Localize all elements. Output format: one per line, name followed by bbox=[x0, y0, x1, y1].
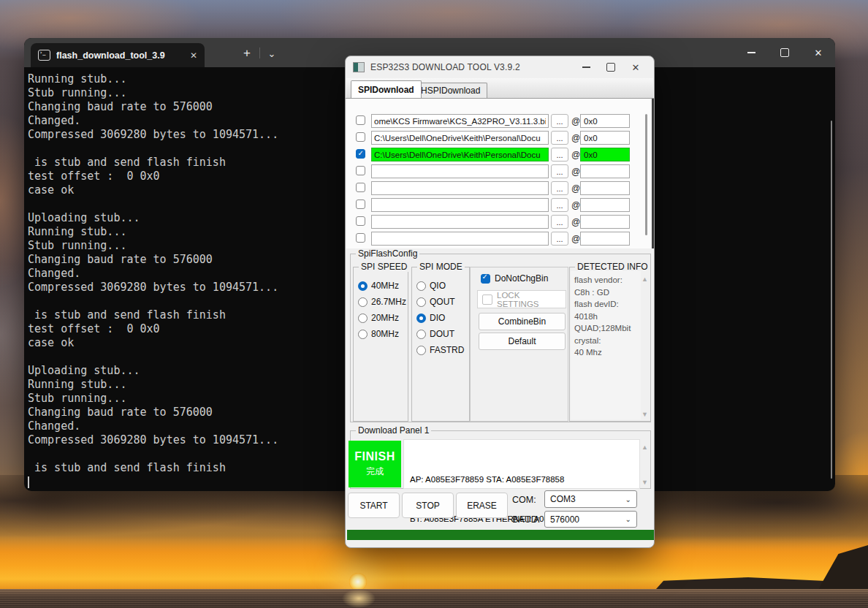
scroll-up-icon[interactable]: ▲ bbox=[642, 276, 648, 283]
browse-button[interactable]: ... bbox=[551, 131, 568, 145]
offset-input[interactable] bbox=[580, 131, 630, 145]
offset-input[interactable] bbox=[580, 232, 630, 246]
tab-spidownload[interactable]: SPIDownload bbox=[351, 80, 422, 98]
file-path-input[interactable] bbox=[371, 198, 549, 212]
file-path-input[interactable] bbox=[371, 215, 549, 229]
erase-button[interactable]: ERASE bbox=[456, 493, 508, 518]
file-checkbox[interactable] bbox=[356, 166, 365, 175]
tab-close-icon[interactable]: ✕ bbox=[190, 51, 197, 60]
terminal-tab-title: flash_download_tool_3.9 bbox=[56, 50, 184, 61]
lock-settings-checkbox[interactable]: LOCK SETTINGS bbox=[477, 290, 566, 308]
radio-label: 40MHz bbox=[371, 281, 399, 291]
terminal-caret bbox=[28, 476, 29, 488]
radio-qio[interactable]: QIO bbox=[416, 281, 446, 291]
radio-label: QIO bbox=[430, 281, 446, 291]
baud-rate-select[interactable]: 576000 ⌄ bbox=[544, 511, 637, 528]
file-path-input[interactable] bbox=[371, 148, 549, 162]
offset-input[interactable] bbox=[580, 148, 630, 162]
radio-icon bbox=[358, 330, 368, 339]
stop-button[interactable]: STOP bbox=[402, 493, 454, 518]
wallpaper-sea bbox=[0, 589, 868, 608]
desktop: flash_download_tool_3.9 ✕ + ⌄ ✕ Running … bbox=[0, 0, 868, 608]
spiflashconfig-label: SpiFlashConfig bbox=[356, 248, 419, 259]
detected-info-line: crystal: bbox=[574, 335, 641, 347]
browse-button[interactable]: ... bbox=[551, 181, 568, 195]
lock-settings-label: LOCK SETTINGS bbox=[497, 291, 561, 308]
detected-info-line: C8h : GD bbox=[574, 286, 641, 299]
com-port-select[interactable]: COM3 ⌄ bbox=[544, 490, 637, 508]
file-checkbox-checked[interactable] bbox=[356, 149, 365, 159]
file-checkbox[interactable] bbox=[356, 216, 365, 226]
detected-info-line: flash devID: bbox=[574, 298, 641, 311]
mac-address-box: AP: A085E3F78859 STA: A085E3F78858 BT: A… bbox=[403, 439, 640, 489]
terminal-window-controls: ✕ bbox=[734, 38, 835, 67]
tab-hspidownload[interactable]: HSPIDownload bbox=[414, 83, 487, 98]
radio-icon bbox=[416, 297, 426, 307]
radio-fastrd[interactable]: FASTRD bbox=[416, 345, 464, 355]
file-path-input[interactable] bbox=[371, 164, 549, 178]
radio-qout[interactable]: QOUT bbox=[416, 297, 455, 307]
file-checkbox[interactable] bbox=[356, 200, 365, 209]
browse-button[interactable]: ... bbox=[551, 148, 568, 162]
file-checkbox[interactable] bbox=[356, 115, 365, 125]
radio-icon-selected bbox=[358, 281, 368, 291]
radio-dout[interactable]: DOUT bbox=[416, 329, 454, 339]
mac-line: AP: A085E3F78859 STA: A085E3F78858 bbox=[410, 473, 635, 486]
radio-26-7mhz[interactable]: 26.7MHz bbox=[358, 297, 406, 307]
esp-close-button[interactable]: ✕ bbox=[625, 58, 647, 77]
file-list-scrollbar[interactable] bbox=[645, 114, 647, 235]
firmware-row-4: ... @ bbox=[346, 164, 655, 178]
radio-20mhz[interactable]: 20MHz bbox=[358, 313, 399, 323]
radio-dio[interactable]: DIO bbox=[416, 313, 445, 323]
terminal-scrollbar[interactable] bbox=[831, 121, 832, 479]
file-path-input[interactable] bbox=[371, 181, 549, 195]
esp-window-title: ESP32S3 DOWNLOAD TOOL V3.9.2 bbox=[370, 62, 569, 72]
scroll-down-icon[interactable]: ▼ bbox=[642, 479, 648, 486]
offset-input[interactable] bbox=[580, 181, 630, 195]
scroll-up-icon[interactable]: ▲ bbox=[642, 444, 648, 451]
file-path-input[interactable] bbox=[371, 232, 549, 246]
combinebin-button[interactable]: CombineBin bbox=[479, 313, 566, 330]
esp-titlebar[interactable]: ESP32S3 DOWNLOAD TOOL V3.9.2 ✕ bbox=[346, 56, 654, 78]
offset-input[interactable] bbox=[580, 114, 630, 128]
offset-input[interactable] bbox=[580, 215, 630, 229]
maximize-icon bbox=[780, 48, 789, 57]
tab-dropdown-button[interactable]: ⌄ bbox=[262, 45, 281, 62]
terminal-tab[interactable]: flash_download_tool_3.9 ✕ bbox=[31, 43, 205, 67]
file-path-input[interactable] bbox=[371, 131, 549, 145]
esp-app-icon bbox=[353, 62, 365, 72]
radio-40mhz[interactable]: 40MHz bbox=[358, 281, 399, 291]
browse-button[interactable]: ... bbox=[551, 232, 568, 246]
spi-mode-label: SPI MODE bbox=[417, 262, 465, 272]
donotchgbin-checkbox[interactable]: DoNotChgBin bbox=[481, 273, 548, 284]
command-prompt-icon bbox=[38, 50, 50, 61]
file-checkbox[interactable] bbox=[356, 132, 365, 142]
esp-minimize-button[interactable] bbox=[575, 58, 597, 77]
terminal-close-button[interactable]: ✕ bbox=[802, 38, 835, 67]
terminal-minimize-button[interactable] bbox=[734, 38, 768, 67]
offset-input[interactable] bbox=[580, 164, 630, 178]
radio-label: 80MHz bbox=[371, 329, 399, 339]
radio-icon-selected bbox=[416, 314, 426, 323]
browse-button[interactable]: ... bbox=[551, 215, 568, 229]
download-progress-bar bbox=[347, 530, 654, 540]
at-label: @ bbox=[571, 234, 580, 244]
detected-info-text: flash vendor: C8h : GD flash devID: 4018… bbox=[571, 271, 641, 419]
offset-input[interactable] bbox=[580, 198, 630, 212]
firmware-row-8: ... @ bbox=[346, 232, 655, 246]
radio-icon bbox=[416, 330, 426, 339]
baud-label: BAUD: bbox=[512, 514, 540, 525]
radio-80mhz[interactable]: 80MHz bbox=[358, 329, 399, 339]
file-checkbox[interactable] bbox=[356, 233, 365, 243]
new-tab-button[interactable]: + bbox=[236, 45, 258, 62]
default-button[interactable]: Default bbox=[479, 332, 566, 350]
file-checkbox[interactable] bbox=[356, 183, 365, 192]
browse-button[interactable]: ... bbox=[551, 198, 568, 212]
start-button[interactable]: START bbox=[348, 493, 400, 518]
file-path-input[interactable] bbox=[371, 114, 549, 128]
scroll-down-icon[interactable]: ▼ bbox=[642, 411, 648, 418]
esp-maximize-button[interactable] bbox=[600, 58, 622, 77]
browse-button[interactable]: ... bbox=[551, 114, 568, 128]
browse-button[interactable]: ... bbox=[551, 164, 568, 178]
terminal-maximize-button[interactable] bbox=[768, 38, 802, 67]
